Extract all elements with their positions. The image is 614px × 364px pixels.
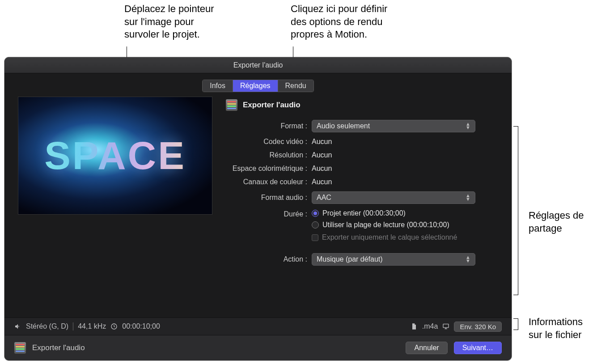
svg-rect-1 bbox=[443, 324, 449, 328]
select-audio-format-value: AAC bbox=[317, 194, 331, 202]
value-color-channels: Aucun bbox=[312, 178, 332, 186]
radio-play-range[interactable]: Utiliser la plage de lecture (00:00:10;0… bbox=[312, 221, 457, 229]
section-title: Exporter l'audio bbox=[243, 101, 301, 110]
chevron-updown-icon: ▲▼ bbox=[466, 256, 470, 262]
tab-infos[interactable]: Infos bbox=[203, 80, 233, 92]
label-format: Format : bbox=[226, 122, 312, 130]
tab-reglages[interactable]: Réglages bbox=[233, 80, 278, 92]
status-bar: Stéréo (G, D) 44,1 kHz 00:00:10;00 .m4a … bbox=[4, 317, 512, 335]
status-timecode: 00:00:10;00 bbox=[122, 322, 160, 330]
radio-whole-project-label: Projet entier (00:00:30;00) bbox=[322, 209, 406, 217]
bracket-fileinfo bbox=[518, 318, 518, 330]
checkbox-export-selected-label: Exporter uniquement le calque sélectionn… bbox=[322, 233, 457, 241]
annotation-reglages-partage: Réglages de partage bbox=[529, 209, 584, 235]
monitor-icon bbox=[442, 323, 449, 330]
file-size-chip: Env. 320 Ko bbox=[454, 322, 502, 332]
preview-thumbnail[interactable] bbox=[18, 97, 212, 215]
speaker-icon bbox=[14, 323, 21, 330]
select-format-value: Audio seulement bbox=[317, 122, 370, 130]
label-video-codec: Codec vidéo : bbox=[226, 138, 312, 146]
dialog-title: Exporter l'audio bbox=[4, 57, 512, 73]
select-audio-format[interactable]: AAC ▲▼ bbox=[312, 191, 475, 204]
status-rate: 44,1 kHz bbox=[78, 322, 106, 330]
settings-panel: Exporter l'audio Format : Audio seulemen… bbox=[226, 97, 498, 271]
motion-app-icon bbox=[14, 342, 26, 354]
label-resolution: Résolution : bbox=[226, 151, 312, 159]
status-extension: .m4a bbox=[422, 322, 438, 330]
radio-play-range-label: Utiliser la plage de lecture (00:00:10;0… bbox=[322, 221, 449, 229]
status-audio: Stéréo (G, D) bbox=[26, 322, 68, 330]
select-format[interactable]: Audio seulement ▲▼ bbox=[312, 120, 475, 132]
radio-icon bbox=[312, 221, 319, 229]
checkbox-icon bbox=[312, 234, 318, 241]
annotation-file-info: Informations sur le fichier bbox=[529, 316, 583, 341]
label-audio-format: Format audio : bbox=[226, 194, 312, 202]
export-audio-dialog: Exporter l'audio Infos Réglages Rendu Ex… bbox=[4, 57, 512, 360]
tab-bar: Infos Réglages Rendu bbox=[4, 73, 512, 97]
value-colorspace: Aucun bbox=[312, 165, 332, 173]
motion-app-icon bbox=[226, 99, 237, 111]
label-color-channels: Canaux de couleur : bbox=[226, 178, 312, 186]
tab-rendu[interactable]: Rendu bbox=[278, 80, 313, 92]
cancel-button[interactable]: Annuler bbox=[406, 342, 447, 354]
radio-whole-project[interactable]: Projet entier (00:00:30;00) bbox=[312, 209, 457, 217]
clock-icon bbox=[110, 323, 118, 330]
callout-pointer: Déplacez le pointeur sur l'image pour su… bbox=[124, 3, 214, 41]
chevron-updown-icon: ▲▼ bbox=[466, 123, 470, 129]
divider bbox=[73, 322, 73, 330]
checkbox-export-selected-layer: Exporter uniquement le calque sélectionn… bbox=[312, 233, 457, 241]
toolbar: Exporter l'audio Annuler Suivant… bbox=[4, 335, 512, 360]
label-colorspace: Espace colorimétrique : bbox=[226, 165, 312, 173]
select-action[interactable]: Musique (par défaut) ▲▼ bbox=[312, 253, 475, 266]
select-action-value: Musique (par défaut) bbox=[317, 255, 383, 263]
next-button[interactable]: Suivant… bbox=[454, 342, 502, 354]
value-resolution: Aucun bbox=[312, 151, 332, 159]
label-action: Action : bbox=[226, 255, 312, 263]
toolbar-title: Exporter l'audio bbox=[32, 343, 85, 352]
value-video-codec: Aucun bbox=[312, 138, 332, 146]
callout-rendu: Cliquez ici pour définir des options de … bbox=[291, 3, 387, 41]
label-duration: Durée : bbox=[226, 209, 312, 218]
radio-icon bbox=[312, 210, 319, 217]
chevron-updown-icon: ▲▼ bbox=[466, 194, 470, 201]
file-icon bbox=[411, 323, 418, 330]
bracket-settings bbox=[518, 126, 518, 295]
